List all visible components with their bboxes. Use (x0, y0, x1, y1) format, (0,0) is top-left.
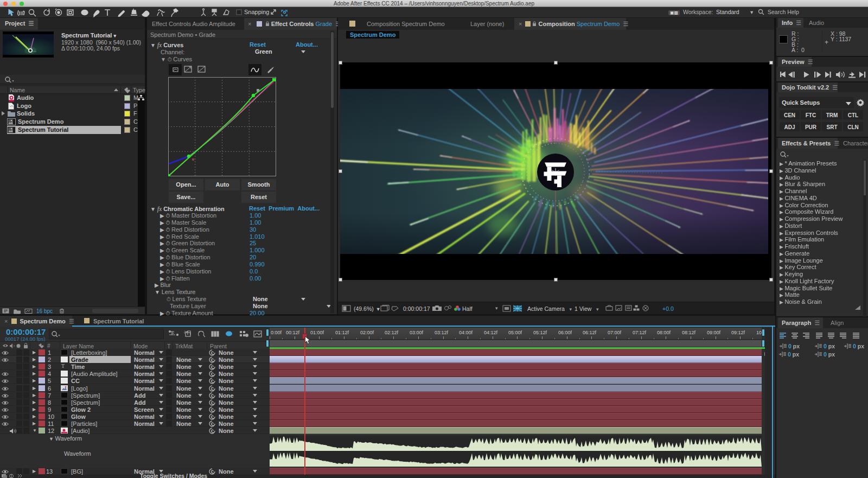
svg-text:16 bpc: 16 bpc (36, 308, 53, 314)
svg-text:Snapping: Snapping (244, 9, 270, 15)
